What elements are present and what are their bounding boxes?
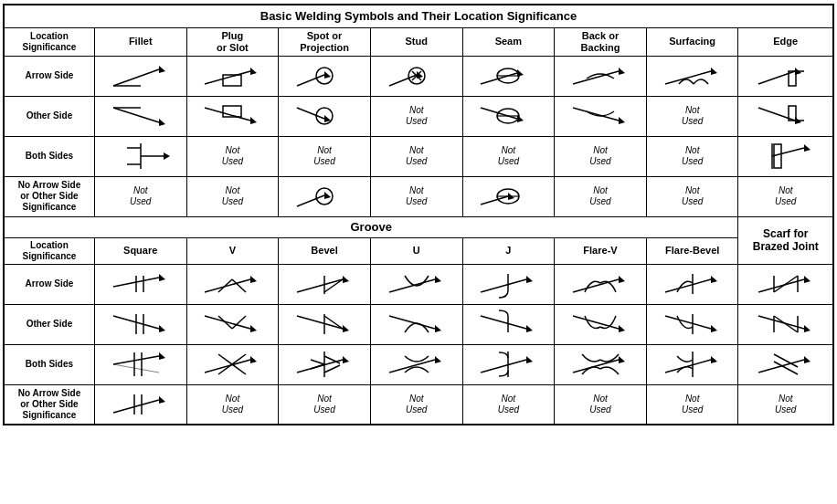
fillet-arrow-side	[94, 56, 186, 96]
col-location-sig-bot: LocationSignificance	[4, 237, 94, 264]
col-v: V	[186, 237, 279, 264]
svg-line-29	[205, 108, 250, 121]
edge-no-arrow: NotUsed	[738, 176, 833, 216]
table-title: Basic Welding Symbols and Their Location…	[4, 5, 833, 27]
svg-line-105	[573, 316, 619, 329]
svg-marker-30	[250, 117, 257, 124]
bevel-other-side	[279, 304, 371, 344]
u-arrow-side	[370, 264, 462, 304]
seam-no-arrow	[462, 176, 555, 216]
svg-line-39	[573, 108, 619, 121]
svg-marker-2	[159, 66, 165, 73]
svg-line-115	[113, 356, 159, 364]
svg-line-102	[481, 316, 526, 329]
top-no-arrow-row: No Arrow Sideor Other SideSignificance N…	[4, 176, 833, 216]
plug-slot-no-arrow: NotUsed	[186, 176, 279, 216]
row-label-no-arrow-bot: No Arrow Sideor Other SideSignificance	[4, 384, 94, 425]
edge-arrow-side	[738, 56, 833, 96]
svg-marker-52	[804, 144, 811, 152]
spot-proj-other-side	[279, 96, 371, 136]
svg-marker-111	[804, 325, 811, 332]
j-other-side	[462, 304, 555, 344]
title-row: Basic Welding Symbols and Their Location…	[4, 5, 833, 27]
col-bevel: Bevel	[279, 237, 371, 264]
flare-bevel-no-arrow: NotUsed	[646, 384, 738, 425]
col-surfacing: Surfacing	[646, 27, 738, 56]
svg-marker-132	[435, 356, 441, 363]
svg-line-131	[389, 360, 435, 373]
row-label-other-side-bot: Other Side	[4, 304, 94, 344]
bevel-both-sides	[279, 344, 371, 384]
surfacing-other-side: NotUsed	[646, 96, 738, 136]
spot-proj-no-arrow	[279, 176, 371, 216]
col-scarf: Scarf forBrazed Joint	[738, 216, 833, 264]
svg-marker-79	[619, 276, 625, 283]
top-both-sides-row: Both Sides NotUsed NotUsed NotUsed NotUs…	[4, 136, 833, 176]
svg-marker-66	[250, 276, 257, 283]
svg-marker-103	[526, 325, 533, 332]
col-flare-v: Flare-V	[555, 237, 647, 264]
square-no-arrow	[94, 384, 186, 425]
svg-marker-93	[250, 325, 257, 332]
j-no-arrow: NotUsed	[462, 384, 555, 425]
surfacing-both-sides: NotUsed	[646, 136, 738, 176]
stud-other-side: NotUsed	[370, 96, 462, 136]
svg-marker-139	[711, 356, 717, 363]
v-other-side	[186, 304, 279, 344]
svg-line-100	[389, 316, 435, 329]
svg-line-20	[665, 71, 711, 84]
col-spot-proj: Spot orProjection	[279, 27, 371, 56]
svg-marker-47	[164, 152, 170, 160]
plug-slot-both-sides: NotUsed	[186, 136, 279, 176]
svg-marker-137	[619, 356, 625, 363]
bottom-no-arrow-row: No Arrow Sideor Other SideSignificance N…	[4, 384, 833, 425]
row-label-both-sides-top: Both Sides	[4, 136, 94, 176]
svg-marker-121	[250, 356, 257, 363]
edge-other-side	[738, 96, 833, 136]
scarf-other-side	[738, 304, 833, 344]
svg-marker-28	[159, 119, 165, 126]
svg-marker-4	[250, 68, 257, 75]
svg-marker-19	[619, 68, 625, 75]
svg-line-54	[297, 195, 324, 206]
svg-marker-40	[619, 117, 625, 124]
svg-line-144	[774, 362, 798, 374]
svg-marker-97	[343, 325, 349, 332]
col-flare-bevel: Flare-Bevel	[646, 237, 738, 264]
seam-other-side	[462, 96, 555, 136]
col-square: Square	[94, 237, 186, 264]
svg-marker-7	[324, 71, 331, 79]
scarf-no-arrow: NotUsed	[738, 384, 833, 425]
svg-marker-76	[526, 276, 533, 283]
svg-line-41	[758, 108, 795, 121]
row-label-no-arrow-top: No Arrow Sideor Other SideSignificance	[4, 176, 94, 216]
bottom-both-sides-row: Both Sides	[4, 344, 833, 384]
bevel-arrow-side	[279, 264, 371, 304]
v-both-sides	[186, 344, 279, 384]
row-label-other-side-top: Other Side	[4, 96, 94, 136]
row-label-both-sides-bot: Both Sides	[4, 344, 94, 384]
svg-line-85	[774, 276, 798, 292]
svg-marker-108	[711, 325, 717, 332]
svg-marker-74	[435, 276, 441, 283]
svg-line-51	[772, 148, 804, 156]
svg-line-69	[297, 279, 343, 292]
plug-slot-other-side	[186, 96, 279, 136]
row-label-arrow-side-bot: Arrow Side	[4, 264, 94, 304]
u-no-arrow: NotUsed	[370, 384, 462, 425]
svg-line-113	[774, 316, 798, 332]
svg-line-73	[389, 279, 435, 292]
spot-proj-arrow-side	[279, 56, 371, 96]
col-fillet: Fillet	[94, 27, 186, 56]
svg-marker-21	[711, 68, 717, 75]
flare-bevel-other-side	[646, 304, 738, 344]
svg-line-128	[324, 365, 340, 373]
j-arrow-side	[462, 264, 555, 304]
col-j: J	[462, 237, 555, 264]
plug-slot-arrow-side	[186, 56, 279, 96]
svg-line-107	[665, 316, 711, 329]
j-both-sides	[462, 344, 555, 384]
svg-line-129	[311, 360, 324, 364]
col-plug-slot: Plugor Slot	[186, 27, 279, 56]
col-u: U	[370, 237, 462, 264]
